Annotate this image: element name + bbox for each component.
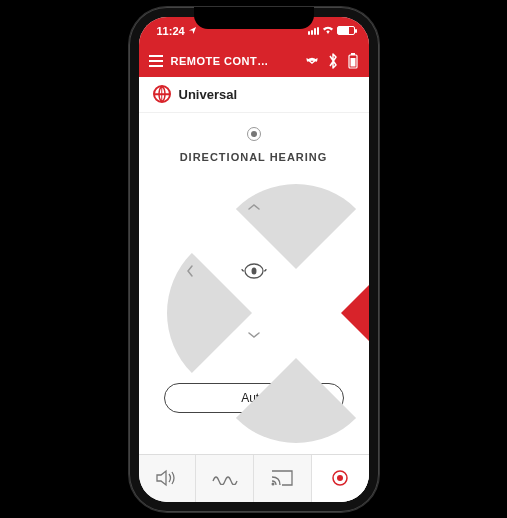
- tab-volume[interactable]: [139, 455, 196, 502]
- section-title: DIRECTIONAL HEARING: [180, 151, 328, 163]
- bluetooth-icon[interactable]: [327, 52, 339, 70]
- program-bar[interactable]: Universal: [139, 77, 369, 113]
- content-area: DIRECTIONAL HEARING: [139, 113, 369, 454]
- chevron-down-icon[interactable]: [305, 56, 319, 66]
- program-name: Universal: [179, 87, 238, 102]
- location-icon: [188, 26, 197, 35]
- chevron-left-icon: [182, 263, 198, 279]
- svg-point-3: [159, 87, 165, 101]
- app-header: REMOTE CONT…: [139, 45, 369, 77]
- screen: 11:24 REMOTE CONT… Universal: [139, 17, 369, 502]
- cast-icon: [270, 469, 294, 487]
- notch: [194, 7, 314, 29]
- menu-icon[interactable]: [149, 55, 163, 67]
- svg-point-5: [251, 267, 256, 274]
- wifi-icon: [322, 26, 334, 35]
- chevron-up-icon: [246, 199, 262, 215]
- svg-point-8: [337, 475, 343, 481]
- tab-equalizer[interactable]: [195, 455, 253, 502]
- device-battery-icon[interactable]: [347, 52, 359, 70]
- direction-right-button[interactable]: [341, 252, 369, 372]
- target-icon: [330, 468, 350, 488]
- head-icon: [234, 251, 274, 291]
- phone-frame: 11:24 REMOTE CONT… Universal: [129, 7, 379, 512]
- tab-stream[interactable]: [253, 455, 311, 502]
- svg-rect-1: [351, 53, 355, 55]
- status-time: 11:24: [157, 25, 185, 37]
- chevron-right-icon: [310, 263, 326, 279]
- speaker-icon: [155, 468, 179, 488]
- signal-icon: [308, 27, 319, 35]
- tab-direction[interactable]: [311, 455, 369, 502]
- directional-widget: [164, 181, 344, 361]
- header-title: REMOTE CONT…: [171, 55, 297, 67]
- svg-rect-2: [350, 58, 355, 67]
- globe-icon: [153, 85, 171, 103]
- wave-icon: [212, 471, 238, 485]
- svg-point-6: [272, 483, 275, 486]
- target-indicator-icon[interactable]: [247, 127, 261, 141]
- chevron-down-icon: [246, 327, 262, 343]
- tab-bar: [139, 454, 369, 502]
- battery-status-icon: [337, 26, 355, 35]
